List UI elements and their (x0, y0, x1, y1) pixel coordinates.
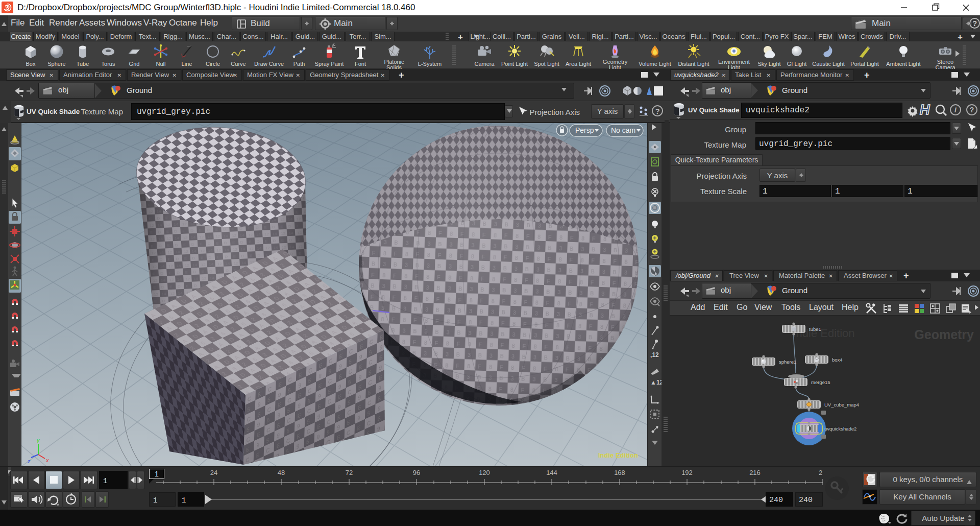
svg-text:tube1: tube1 (809, 326, 821, 332)
svg-text:sphere1: sphere1 (779, 359, 796, 365)
svg-text:Geometry: Geometry (914, 327, 974, 342)
svg-text:uvquickshade2: uvquickshade2 (824, 426, 856, 432)
svg-text:x: x (45, 457, 49, 463)
svg-text:merge15: merge15 (811, 379, 830, 385)
svg-text:UV_cube_map4: UV_cube_map4 (824, 402, 859, 408)
svg-text:No cam: No cam (611, 126, 635, 134)
svg-text:z: z (27, 458, 31, 464)
svg-text:Persp: Persp (575, 126, 594, 134)
svg-text:Indie Edition: Indie Edition (598, 451, 638, 459)
svg-text:box4: box4 (832, 357, 843, 363)
